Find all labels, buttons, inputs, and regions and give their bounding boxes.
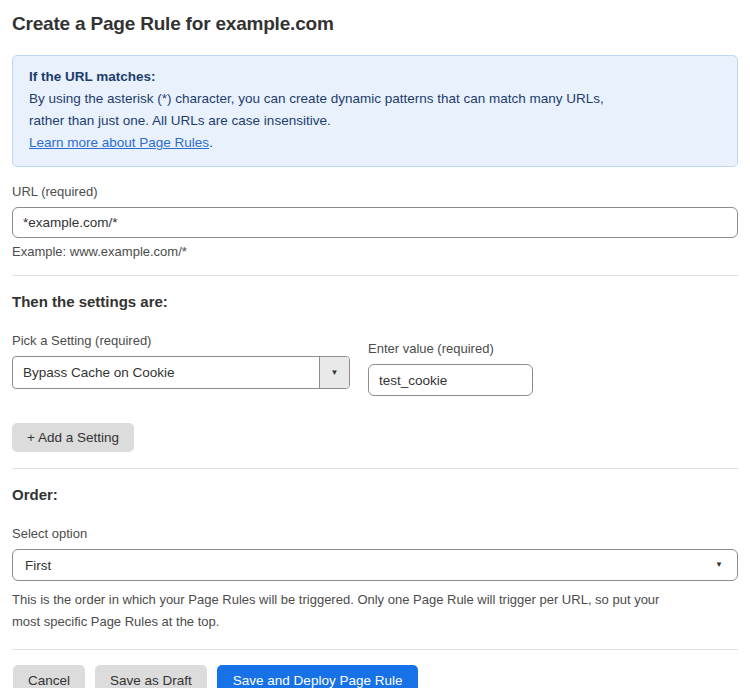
order-helper-line-2: most specific Page Rules at the top. [12, 611, 738, 633]
page-title: Create a Page Rule for example.com [12, 13, 738, 35]
order-select-value: First [25, 558, 51, 573]
create-page-rule-form: Create a Page Rule for example.com If th… [0, 0, 750, 688]
info-box-line-2: rather than just one. All URLs are case … [29, 110, 721, 132]
save-as-draft-button[interactable]: Save as Draft [95, 665, 207, 688]
url-field-label: URL (required) [12, 184, 738, 199]
info-box-heading: If the URL matches: [29, 66, 721, 88]
cancel-button[interactable]: Cancel [13, 665, 85, 688]
order-select[interactable]: First ▼ [12, 549, 738, 581]
chevron-down-icon: ▼ [715, 561, 723, 569]
url-match-info-box: If the URL matches: By using the asteris… [12, 55, 738, 167]
url-example-helper: Example: www.example.com/* [12, 244, 738, 259]
pick-setting-label: Pick a Setting (required) [12, 333, 350, 348]
settings-section-heading: Then the settings are: [12, 293, 738, 310]
learn-more-link[interactable]: Learn more about Page Rules [29, 135, 209, 150]
link-period: . [209, 135, 213, 150]
setting-select-value: Bypass Cache on Cookie [13, 357, 319, 388]
order-section-heading: Order: [12, 486, 738, 503]
order-helper-text: This is the order in which your Page Rul… [12, 589, 738, 633]
order-select-label: Select option [12, 526, 738, 541]
enter-value-label: Enter value (required) [368, 341, 533, 356]
chevron-down-icon: ▼ [331, 369, 339, 377]
footer-actions: Cancel Save as Draft Save and Deploy Pag… [12, 665, 738, 688]
info-box-line-1: By using the asterisk (*) character, you… [29, 88, 721, 110]
divider [12, 468, 738, 469]
divider [12, 275, 738, 276]
save-and-deploy-button[interactable]: Save and Deploy Page Rule [217, 665, 419, 688]
divider [12, 649, 738, 650]
setting-select[interactable]: Bypass Cache on Cookie ▼ [12, 356, 350, 389]
pick-setting-column: Pick a Setting (required) Bypass Cache o… [12, 333, 350, 396]
enter-value-column: Enter value (required) [368, 341, 533, 396]
info-box-link-line: Learn more about Page Rules. [29, 132, 721, 154]
settings-row: Pick a Setting (required) Bypass Cache o… [12, 333, 738, 396]
add-setting-button[interactable]: + Add a Setting [12, 423, 134, 452]
url-input[interactable] [12, 207, 738, 238]
setting-select-arrow-button[interactable]: ▼ [319, 357, 349, 388]
setting-value-input[interactable] [368, 364, 533, 396]
order-helper-line-1: This is the order in which your Page Rul… [12, 589, 738, 611]
